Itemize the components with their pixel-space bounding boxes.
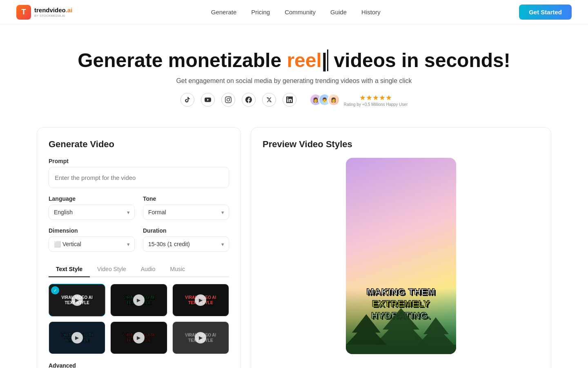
- instagram-icon: [221, 93, 235, 107]
- tone-select[interactable]: Formal Casual Humorous Serious Inspirati…: [143, 204, 229, 220]
- nav-guide[interactable]: Guide: [330, 9, 347, 16]
- text-style-card-4[interactable]: ▶ VIRAL VIDEO AITEXT STYLE: [49, 321, 105, 354]
- facebook-icon: [242, 93, 256, 107]
- nav-pricing[interactable]: Pricing: [251, 9, 270, 16]
- video-preview: MAKING THEM EXTREMELY HYDRATING.: [346, 158, 456, 354]
- x-twitter-icon: [262, 93, 276, 107]
- prompt-input[interactable]: [49, 167, 229, 188]
- tone-group: Tone Formal Casual Humorous Serious Insp…: [143, 195, 229, 220]
- play-circle-6: ▶: [195, 332, 206, 343]
- nav-community[interactable]: Community: [285, 9, 316, 16]
- logo-text: trendvideo.ai BY STOCKMEDIA.AI: [34, 7, 72, 18]
- hero-headline: Generate monetizable reel| videos in sec…: [8, 49, 580, 72]
- dimension-duration-row: Dimension ⬜ Vertical 🔲 Horizontal ⬛ Squa…: [49, 227, 229, 252]
- language-select-wrapper: English Spanish French German Portuguese: [49, 204, 135, 220]
- navbar: T trendvideo.ai BY STOCKMEDIA.AI Generat…: [0, 0, 588, 25]
- advanced-title: Advanced: [49, 362, 229, 368]
- main-layout: Generate Video Prompt Language English S…: [12, 119, 576, 368]
- svg-marker-0: [374, 308, 428, 345]
- dimension-group: Dimension ⬜ Vertical 🔲 Horizontal ⬛ Squa…: [49, 227, 135, 252]
- text-style-card-1[interactable]: ✓ ▶ VIRAL VIDEO AITEXT STYLE: [49, 284, 105, 316]
- language-label: Language: [49, 195, 135, 202]
- prompt-label: Prompt: [49, 158, 229, 164]
- svg-marker-2: [417, 317, 454, 345]
- stars-and-rating: ★★★★★ Rating by +0.5 Millions Happy User: [344, 93, 408, 107]
- avatar-3: 👩: [327, 94, 340, 106]
- dimension-select[interactable]: ⬜ Vertical 🔲 Horizontal ⬛ Square: [49, 236, 135, 252]
- tiktok-icon: [180, 93, 194, 107]
- svg-rect-3: [346, 345, 456, 355]
- play-button-4[interactable]: ▶: [49, 322, 105, 354]
- play-circle-2: ▶: [133, 294, 145, 306]
- style-tabs: Text Style Video Style Audio Music: [49, 262, 229, 277]
- play-button-6[interactable]: ▶: [173, 322, 229, 354]
- duration-group: Duration 15-30s (1 credit) 30-60s (2 cre…: [143, 227, 229, 252]
- hero-subtext: Get engagement on social media by genera…: [8, 77, 580, 85]
- stars: ★★★★★: [344, 93, 408, 102]
- play-circle-1: ▶: [71, 294, 83, 306]
- youtube-icon: [201, 93, 215, 107]
- nav-history[interactable]: History: [361, 9, 381, 16]
- get-started-button[interactable]: Get Started: [519, 4, 572, 20]
- linkedin-icon: [283, 93, 296, 107]
- tab-video-style[interactable]: Video Style: [90, 262, 134, 277]
- language-tone-row: Language English Spanish French German P…: [49, 195, 229, 220]
- duration-select[interactable]: 15-30s (1 credit) 30-60s (2 credits) 60-…: [143, 236, 229, 252]
- logo-icon: T: [16, 5, 31, 20]
- tab-music[interactable]: Music: [163, 262, 193, 277]
- preview-title: Preview Video Styles: [263, 139, 539, 150]
- text-style-grid: ✓ ▶ VIRAL VIDEO AITEXT STYLE ▶ VIRAL VID…: [49, 284, 229, 354]
- dimension-select-wrapper: ⬜ Vertical 🔲 Horizontal ⬛ Square: [49, 236, 135, 252]
- hero-section: Generate monetizable reel| videos in sec…: [0, 25, 588, 119]
- play-button-5[interactable]: ▶: [111, 322, 167, 354]
- dimension-label: Dimension: [49, 227, 135, 234]
- logo-link[interactable]: T trendvideo.ai BY STOCKMEDIA.AI: [16, 5, 72, 20]
- generate-title: Generate Video: [49, 139, 229, 150]
- nav-generate[interactable]: Generate: [211, 9, 237, 16]
- play-circle-3: ▶: [195, 294, 206, 306]
- play-circle-4: ▶: [71, 332, 83, 343]
- duration-select-wrapper: 15-30s (1 credit) 30-60s (2 credits) 60-…: [143, 236, 229, 252]
- play-button-3[interactable]: ▶: [173, 284, 229, 316]
- preview-panel: Preview Video Styles MAKING THEM EXTREME…: [251, 127, 551, 368]
- language-group: Language English Spanish French German P…: [49, 195, 135, 220]
- text-style-card-6[interactable]: ▶ VIRAL VIDEO AITEXT STYLE: [172, 321, 229, 354]
- social-icons-row: 👩 👨 👩 ★★★★★ Rating by +0.5 Millions Happ…: [8, 93, 580, 107]
- generate-panel: Generate Video Prompt Language English S…: [37, 127, 241, 368]
- text-style-card-2[interactable]: ▶ VIRAL VIDEO AITEXT STYLE: [110, 284, 167, 316]
- rating-block: 👩 👨 👩 ★★★★★ Rating by +0.5 Millions Happ…: [310, 93, 408, 107]
- tab-audio[interactable]: Audio: [134, 262, 163, 277]
- text-style-card-3[interactable]: ▶ VIRAL VIDEO AITEXT STYLE: [172, 284, 229, 316]
- nav-links: Generate Pricing Community Guide History: [211, 9, 381, 16]
- tree-svg: [346, 305, 456, 354]
- play-circle-5: ▶: [133, 332, 145, 343]
- avatar-stack: 👩 👨 👩: [310, 94, 340, 106]
- text-style-card-5[interactable]: ▶ VIRAL VIDEO AITEXT STYLE: [110, 321, 167, 354]
- tab-text-style[interactable]: Text Style: [49, 262, 90, 277]
- duration-label: Duration: [143, 227, 229, 234]
- rating-text: Rating by +0.5 Millions Happy User: [344, 102, 408, 107]
- language-select[interactable]: English Spanish French German Portuguese: [49, 204, 135, 220]
- tone-label: Tone: [143, 195, 229, 202]
- tone-select-wrapper: Formal Casual Humorous Serious Inspirati…: [143, 204, 229, 220]
- play-button-2[interactable]: ▶: [111, 284, 167, 316]
- svg-marker-1: [346, 314, 387, 345]
